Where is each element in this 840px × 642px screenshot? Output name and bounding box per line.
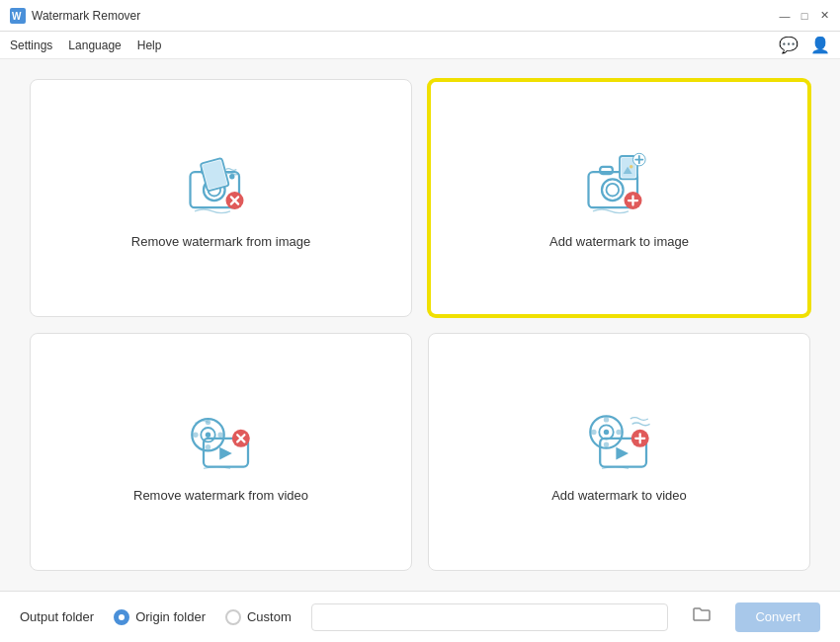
card-remove-image[interactable]: Remove watermark from image	[30, 79, 412, 317]
svg-point-13	[602, 179, 624, 201]
cards-grid: Remove watermark from image	[30, 79, 810, 571]
remove-video-icon	[177, 401, 266, 472]
card-add-image-label: Add watermark to image	[549, 234, 689, 249]
user-icon[interactable]: 👤	[810, 36, 830, 54]
svg-marker-46	[616, 447, 629, 460]
svg-point-43	[591, 430, 596, 435]
svg-point-31	[193, 433, 198, 438]
chat-icon[interactable]: 💬	[779, 36, 798, 54]
svg-point-30	[205, 444, 210, 449]
maximize-button[interactable]: □	[798, 10, 810, 22]
radio-group: Origin folder Custom	[114, 609, 292, 625]
custom-option[interactable]: Custom	[225, 609, 292, 625]
add-image-icon	[575, 147, 664, 218]
origin-folder-option[interactable]: Origin folder	[114, 609, 206, 625]
bottom-bar: Output folder Origin folder Custom Conve…	[0, 591, 840, 642]
svg-point-44	[616, 430, 621, 435]
remove-image-icon	[177, 147, 266, 218]
menu-bar-right: 💬 👤	[779, 36, 830, 54]
svg-point-19	[629, 165, 632, 169]
origin-folder-label: Origin folder	[135, 609, 206, 624]
card-remove-image-label: Remove watermark from image	[131, 234, 310, 249]
card-remove-video[interactable]: Remove watermark from video	[30, 333, 412, 571]
custom-radio[interactable]	[225, 609, 241, 625]
output-path-input[interactable]	[311, 603, 669, 631]
card-add-image[interactable]: Add watermark to image	[428, 79, 810, 317]
main-content: Remove watermark from image	[0, 59, 840, 591]
origin-folder-radio[interactable]	[114, 609, 129, 625]
title-bar: W Watermark Remover — □ ✕	[0, 0, 840, 32]
svg-marker-34	[219, 447, 232, 460]
menu-help[interactable]: Help	[137, 39, 162, 52]
title-bar-left: W Watermark Remover	[10, 8, 140, 24]
close-button[interactable]: ✕	[818, 10, 830, 22]
svg-text:W: W	[12, 11, 22, 22]
app-icon: W	[10, 8, 26, 24]
card-add-video-label: Add watermark to video	[551, 488, 687, 503]
browse-folder-button[interactable]	[688, 603, 715, 630]
add-video-icon	[575, 401, 664, 472]
folder-icon	[692, 605, 712, 623]
svg-point-32	[217, 433, 222, 438]
svg-point-40	[603, 430, 608, 435]
card-remove-video-label: Remove watermark from video	[133, 488, 308, 503]
title-bar-controls: — □ ✕	[779, 10, 830, 22]
svg-point-42	[603, 441, 608, 446]
menu-settings[interactable]: Settings	[10, 39, 52, 52]
custom-label: Custom	[247, 609, 292, 624]
card-add-video[interactable]: Add watermark to video	[428, 333, 810, 571]
minimize-button[interactable]: —	[779, 10, 791, 22]
svg-point-28	[205, 433, 210, 438]
svg-point-14	[606, 184, 619, 197]
menu-bar: Settings Language Help 💬 👤	[0, 32, 840, 59]
svg-rect-15	[600, 167, 613, 174]
menu-language[interactable]: Language	[68, 39, 121, 52]
app-title: Watermark Remover	[32, 9, 140, 23]
convert-button[interactable]: Convert	[735, 602, 820, 632]
output-folder-label: Output folder	[20, 609, 94, 624]
svg-point-41	[603, 417, 608, 422]
